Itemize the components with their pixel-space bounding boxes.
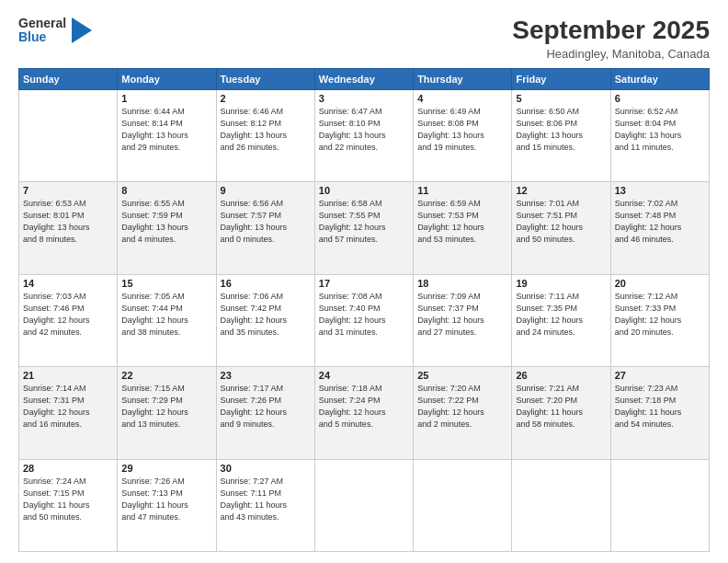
calendar-cell: 26Sunrise: 7:21 AM Sunset: 7:20 PM Dayli… [512,367,610,459]
calendar-cell [19,89,118,181]
days-header-row: SundayMondayTuesdayWednesdayThursdayFrid… [19,68,710,89]
day-number: 24 [319,370,409,381]
day-header-tuesday: Tuesday [216,68,314,89]
day-number: 6 [615,93,705,104]
calendar-cell: 3Sunrise: 6:47 AM Sunset: 8:10 PM Daylig… [314,89,413,181]
calendar-cell: 21Sunrise: 7:14 AM Sunset: 7:31 PM Dayli… [19,367,118,459]
calendar-cell: 9Sunrise: 6:56 AM Sunset: 7:57 PM Daylig… [216,182,314,274]
calendar-cell: 17Sunrise: 7:08 AM Sunset: 7:40 PM Dayli… [314,274,413,366]
calendar-cell: 28Sunrise: 7:24 AM Sunset: 7:15 PM Dayli… [19,459,118,551]
calendar-cell: 30Sunrise: 7:27 AM Sunset: 7:11 PM Dayli… [216,459,314,551]
day-number: 26 [516,370,606,381]
day-info: Sunrise: 6:52 AM Sunset: 8:04 PM Dayligh… [615,106,705,154]
day-info: Sunrise: 7:06 AM Sunset: 7:42 PM Dayligh… [221,291,311,339]
day-info: Sunrise: 6:55 AM Sunset: 7:59 PM Dayligh… [121,198,211,246]
calendar-cell [610,459,709,551]
day-number: 10 [319,185,409,196]
logo-text: General Blue [18,17,66,45]
day-header-saturday: Saturday [610,68,709,89]
day-number: 12 [516,185,606,196]
calendar-cell: 5Sunrise: 6:50 AM Sunset: 8:06 PM Daylig… [512,89,610,181]
day-number: 14 [23,278,113,289]
calendar-cell: 18Sunrise: 7:09 AM Sunset: 7:37 PM Dayli… [414,274,512,366]
day-number: 27 [615,370,705,381]
calendar-cell: 29Sunrise: 7:26 AM Sunset: 7:13 PM Dayli… [118,459,216,551]
day-header-thursday: Thursday [414,68,512,89]
day-info: Sunrise: 7:23 AM Sunset: 7:18 PM Dayligh… [615,383,705,431]
day-info: Sunrise: 6:56 AM Sunset: 7:57 PM Dayligh… [221,198,311,246]
day-number: 7 [23,185,113,196]
week-row-5: 28Sunrise: 7:24 AM Sunset: 7:15 PM Dayli… [19,459,710,551]
logo-general: General [18,17,66,30]
day-info: Sunrise: 7:26 AM Sunset: 7:13 PM Dayligh… [121,476,211,523]
week-row-4: 21Sunrise: 7:14 AM Sunset: 7:31 PM Dayli… [19,367,710,459]
day-number: 30 [221,463,311,474]
week-row-1: 1Sunrise: 6:44 AM Sunset: 8:14 PM Daylig… [19,89,710,181]
day-number: 3 [319,93,409,104]
day-number: 20 [615,278,705,289]
day-info: Sunrise: 7:11 AM Sunset: 7:35 PM Dayligh… [516,291,606,339]
day-number: 11 [417,185,507,196]
day-info: Sunrise: 7:05 AM Sunset: 7:44 PM Dayligh… [121,291,211,339]
week-row-2: 7Sunrise: 6:53 AM Sunset: 8:01 PM Daylig… [19,182,710,274]
svg-marker-0 [72,17,92,43]
calendar-cell: 19Sunrise: 7:11 AM Sunset: 7:35 PM Dayli… [512,274,610,366]
day-number: 4 [417,93,507,104]
month-title: September 2025 [512,17,710,45]
day-info: Sunrise: 6:59 AM Sunset: 7:53 PM Dayligh… [417,198,507,246]
day-number: 28 [23,463,113,474]
day-info: Sunrise: 7:18 AM Sunset: 7:24 PM Dayligh… [319,383,409,431]
day-number: 25 [417,370,507,381]
calendar-cell: 13Sunrise: 7:02 AM Sunset: 7:48 PM Dayli… [610,182,709,274]
day-header-friday: Friday [512,68,610,89]
day-info: Sunrise: 7:27 AM Sunset: 7:11 PM Dayligh… [221,476,311,523]
day-number: 15 [121,278,211,289]
day-info: Sunrise: 7:03 AM Sunset: 7:46 PM Dayligh… [23,291,113,339]
day-info: Sunrise: 6:44 AM Sunset: 8:14 PM Dayligh… [121,106,211,154]
title-block: September 2025 Headingley, Manitoba, Can… [512,17,710,61]
day-number: 8 [121,185,211,196]
logo-blue: Blue [18,30,66,44]
calendar-cell: 12Sunrise: 7:01 AM Sunset: 7:51 PM Dayli… [512,182,610,274]
day-info: Sunrise: 7:20 AM Sunset: 7:22 PM Dayligh… [417,383,507,431]
day-number: 23 [221,370,311,381]
calendar-cell: 24Sunrise: 7:18 AM Sunset: 7:24 PM Dayli… [314,367,413,459]
calendar-cell: 14Sunrise: 7:03 AM Sunset: 7:46 PM Dayli… [19,274,118,366]
day-number: 1 [121,93,211,104]
day-number: 16 [221,278,311,289]
day-info: Sunrise: 7:21 AM Sunset: 7:20 PM Dayligh… [516,383,606,431]
day-header-wednesday: Wednesday [314,68,413,89]
calendar-cell: 22Sunrise: 7:15 AM Sunset: 7:29 PM Dayli… [118,367,216,459]
day-info: Sunrise: 7:01 AM Sunset: 7:51 PM Dayligh… [516,198,606,246]
day-info: Sunrise: 6:46 AM Sunset: 8:12 PM Dayligh… [221,106,311,154]
day-header-sunday: Sunday [19,68,118,89]
calendar-cell: 16Sunrise: 7:06 AM Sunset: 7:42 PM Dayli… [216,274,314,366]
calendar-cell: 1Sunrise: 6:44 AM Sunset: 8:14 PM Daylig… [118,89,216,181]
day-info: Sunrise: 6:47 AM Sunset: 8:10 PM Dayligh… [319,106,409,154]
calendar-cell: 4Sunrise: 6:49 AM Sunset: 8:08 PM Daylig… [414,89,512,181]
day-info: Sunrise: 7:24 AM Sunset: 7:15 PM Dayligh… [23,476,113,523]
day-info: Sunrise: 7:09 AM Sunset: 7:37 PM Dayligh… [417,291,507,339]
day-number: 29 [121,463,211,474]
calendar-cell: 11Sunrise: 6:59 AM Sunset: 7:53 PM Dayli… [414,182,512,274]
calendar-cell: 25Sunrise: 7:20 AM Sunset: 7:22 PM Dayli… [414,367,512,459]
day-info: Sunrise: 7:14 AM Sunset: 7:31 PM Dayligh… [23,383,113,431]
week-row-3: 14Sunrise: 7:03 AM Sunset: 7:46 PM Dayli… [19,274,710,366]
day-info: Sunrise: 7:02 AM Sunset: 7:48 PM Dayligh… [615,198,705,246]
day-info: Sunrise: 7:08 AM Sunset: 7:40 PM Dayligh… [319,291,409,339]
calendar-cell: 10Sunrise: 6:58 AM Sunset: 7:55 PM Dayli… [314,182,413,274]
day-number: 2 [221,93,311,104]
calendar-table: SundayMondayTuesdayWednesdayThursdayFrid… [18,68,710,552]
day-header-monday: Monday [118,68,216,89]
day-number: 22 [121,370,211,381]
calendar-cell: 23Sunrise: 7:17 AM Sunset: 7:26 PM Dayli… [216,367,314,459]
header: General Blue September 2025 Headingley, … [18,17,710,61]
calendar-cell [314,459,413,551]
day-info: Sunrise: 7:12 AM Sunset: 7:33 PM Dayligh… [615,291,705,339]
day-info: Sunrise: 6:58 AM Sunset: 7:55 PM Dayligh… [319,198,409,246]
calendar-cell: 15Sunrise: 7:05 AM Sunset: 7:44 PM Dayli… [118,274,216,366]
calendar-cell: 7Sunrise: 6:53 AM Sunset: 8:01 PM Daylig… [19,182,118,274]
day-number: 21 [23,370,113,381]
calendar-cell: 8Sunrise: 6:55 AM Sunset: 7:59 PM Daylig… [118,182,216,274]
calendar-cell [512,459,610,551]
